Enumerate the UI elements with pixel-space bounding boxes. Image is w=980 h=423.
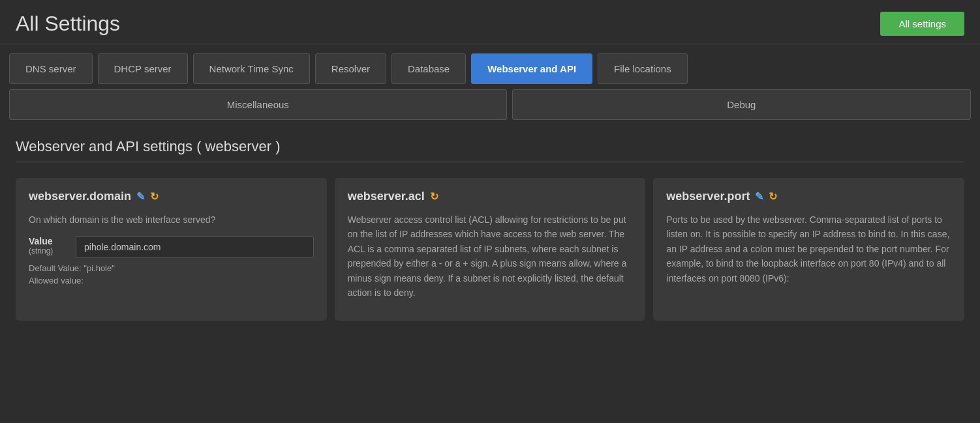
page-title: All Settings	[16, 12, 120, 36]
tab-database[interactable]: Database	[391, 53, 466, 84]
tab-network-time-sync[interactable]: Network Time Sync	[193, 53, 310, 84]
card-title-webserver-acl: webserver.acl	[348, 190, 633, 203]
value-type-webserver-domain: (string)	[29, 246, 68, 255]
refresh-icon-webserver-port[interactable]	[769, 190, 777, 203]
card-webserver-acl: webserver.aclWebserver access control li…	[335, 178, 646, 321]
allowed-value-webserver-domain: Allowed value:	[29, 276, 314, 285]
tab-webserver-and-api[interactable]: Webserver and API	[471, 53, 592, 84]
edit-icon-webserver-port[interactable]	[755, 190, 763, 203]
card-title-webserver-port: webserver.port	[666, 190, 951, 203]
tab-resolver[interactable]: Resolver	[315, 53, 386, 84]
section-title: Webserver and API settings ( webserver )	[16, 138, 964, 162]
cards-area: webserver.domainOn which domain is the w…	[0, 169, 980, 321]
card-desc-webserver-domain: On which domain is the web interface ser…	[29, 212, 314, 227]
edit-icon-webserver-domain[interactable]	[136, 190, 145, 203]
default-value-webserver-domain: Default Value: "pi.hole"	[29, 263, 314, 273]
card-title-text-webserver-acl: webserver.acl	[348, 190, 425, 203]
refresh-icon-webserver-domain[interactable]	[150, 190, 159, 203]
tabs-row-2: MiscellaneousDebug	[0, 87, 980, 126]
tab-miscellaneous[interactable]: Miscellaneous	[9, 89, 507, 120]
card-desc-webserver-acl: Webserver access control list (ACL) allo…	[348, 212, 633, 300]
tab-dhcp-server[interactable]: DHCP server	[98, 53, 188, 84]
card-desc-webserver-port: Ports to be used by the webserver. Comma…	[666, 212, 951, 285]
value-label-block-webserver-domain: Value (string)	[29, 236, 68, 255]
value-row-webserver-domain: Value (string)	[29, 236, 314, 258]
card-title-text-webserver-domain: webserver.domain	[29, 190, 131, 203]
card-title-webserver-domain: webserver.domain	[29, 190, 314, 203]
tabs-row-1: DNS serverDHCP serverNetwork Time SyncRe…	[0, 44, 980, 87]
value-label-webserver-domain: Value	[29, 236, 68, 246]
card-title-text-webserver-port: webserver.port	[666, 190, 750, 203]
all-settings-button[interactable]: All settings	[880, 12, 964, 36]
card-webserver-domain: webserver.domainOn which domain is the w…	[16, 178, 327, 321]
card-webserver-port: webserver.portPorts to be used by the we…	[653, 178, 964, 321]
value-input-webserver-domain[interactable]	[76, 236, 314, 258]
tab-file-locations[interactable]: File locations	[598, 53, 688, 84]
tab-debug[interactable]: Debug	[512, 89, 971, 120]
tab-dns-server[interactable]: DNS server	[9, 53, 93, 84]
section-title-wrap: Webserver and API settings ( webserver )	[0, 126, 980, 169]
refresh-icon-webserver-acl[interactable]	[430, 190, 438, 203]
header: All Settings All settings	[0, 0, 980, 44]
